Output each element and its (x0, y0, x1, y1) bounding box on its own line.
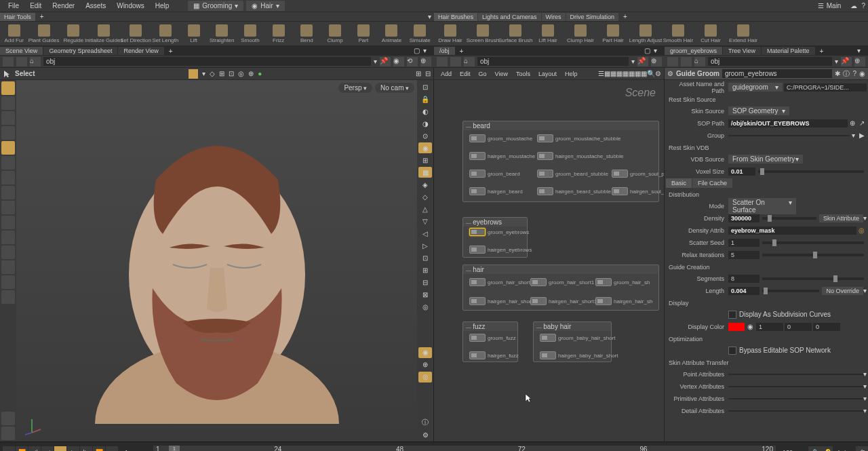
chooser-icon[interactable]: ▶ (857, 132, 867, 139)
inspect-tool-icon[interactable] (1, 412, 15, 425)
shelf-tab-drivesim[interactable]: Drive Simulation (566, 13, 619, 21)
node-hairgen-fuzz[interactable]: hairgen_fuzz (469, 351, 519, 359)
lock-icon[interactable]: 🔒 (808, 446, 821, 452)
vertex-attr-field[interactable] (728, 386, 863, 387)
shelf-tool-initialize-guides[interactable]: Initialize Guides (87, 22, 120, 45)
display-icon[interactable]: ⊟ (418, 277, 432, 288)
node-groom-fuzz[interactable]: groom_fuzz (469, 334, 516, 342)
sop-path-field[interactable]: /obj/skin/OUT_EYEBROWS (728, 119, 848, 128)
chevron-down-icon[interactable]: ▾ (835, 58, 838, 65)
point-attr-field[interactable] (728, 374, 863, 375)
menu-tools[interactable]: Tools (512, 71, 534, 77)
shelf-tab-wires[interactable]: Wires (542, 13, 566, 21)
color-picker-icon[interactable]: ◉ (745, 323, 756, 330)
chevron-down-icon[interactable]: ▾ (863, 407, 867, 414)
shelf-tool-screen-brush[interactable]: Screen Brush (467, 22, 499, 45)
density-slider[interactable] (762, 217, 816, 220)
vdb-source-dropdown[interactable]: From Skin Geometry▾ (728, 155, 803, 163)
scale-tool-icon[interactable] (1, 141, 15, 155)
node-groom-hair-short2[interactable]: groom_hair_sh (595, 278, 650, 286)
menu-help[interactable]: Help (150, 2, 175, 9)
next-key-button[interactable]: ⏩ (93, 446, 105, 452)
shelf-tool-add-fur[interactable]: Add Fur (0, 22, 28, 45)
chevron-down-icon[interactable]: ▾ (863, 287, 867, 294)
step-fwd-button[interactable]: |▶ (80, 446, 92, 452)
list-icon[interactable]: ☰ (598, 70, 604, 77)
node-hairgen-moustache-stubble[interactable]: hairgen_moustache_stubble (537, 152, 624, 160)
chevron-down-icon[interactable]: ▾ (428, 13, 431, 20)
shelf-tool-straighten[interactable]: Straighten (208, 22, 236, 45)
shelf-tool-cut-hair[interactable]: Cut Hair (694, 22, 727, 45)
shelf-tool-frizz[interactable]: Frizz (264, 22, 293, 45)
menu-add[interactable]: Add (437, 71, 456, 77)
gear-icon[interactable]: ⚙ (667, 70, 673, 77)
help-icon[interactable]: ? (852, 70, 856, 77)
left-tab-add[interactable]: + (165, 47, 177, 55)
nav-back-icon[interactable] (667, 57, 678, 66)
current-frame-field[interactable]: 1 (122, 448, 149, 452)
prev-key-button[interactable]: ⏪ (16, 446, 28, 452)
skin-source-dropdown[interactable]: SOP Geometry▾ (728, 106, 789, 115)
shelf-tool-bend[interactable]: Bend (293, 22, 321, 45)
chevron-down-icon[interactable]: ▾ (423, 47, 431, 55)
tab-obj[interactable]: /obj (434, 47, 455, 55)
node-hairgen-soul-patch[interactable]: hairgen_soul_pat (612, 187, 664, 195)
shelf-tab-hairtools[interactable]: Hair Tools (0, 13, 35, 21)
tab-groom-eyebrows[interactable]: groom_eyebrows (665, 47, 722, 55)
node-groom-baby-hair[interactable]: groom_baby_hair_short (540, 334, 616, 342)
grid-icon[interactable]: ▦ (616, 70, 623, 77)
jump-icon[interactable]: ↗ (857, 119, 867, 127)
pane-expand-icon[interactable]: ▢ (414, 47, 422, 55)
render-tool-icon[interactable] (1, 290, 15, 304)
node-groom-eyebrows[interactable]: groom_eyebrows (469, 228, 529, 236)
node-hairgen-hair-short1[interactable]: hairgen_hair_short1 (530, 297, 597, 305)
display-icon[interactable]: ◎ (418, 372, 432, 383)
display-icon[interactable]: ▽ (418, 216, 432, 227)
tab-matpalette[interactable]: Material Palette (762, 47, 815, 55)
density-attrib-field[interactable]: eyebrow_mask (728, 227, 856, 235)
info-icon[interactable]: ⓘ (418, 417, 432, 428)
menu-go[interactable]: Go (475, 71, 491, 77)
end-frame-field[interactable]: 120 (780, 448, 807, 452)
shelf-tool-simulate[interactable]: Simulate (406, 22, 434, 45)
voxel-size-field[interactable]: 0.01 (728, 168, 755, 176)
link-icon[interactable]: ◎ (856, 227, 867, 234)
play-fwd-button[interactable]: ▶ (67, 446, 79, 452)
gear-icon[interactable]: ⚙ (655, 70, 661, 77)
handle-tool-icon[interactable] (1, 96, 15, 110)
tab-geospreadsheet[interactable]: Geometry Spreadsheet (43, 47, 117, 55)
grid-icon[interactable]: ▦ (629, 70, 635, 77)
menu-help[interactable]: Help (561, 71, 582, 77)
chevron-down-icon[interactable]: ▾ (654, 47, 662, 55)
snap-icon[interactable]: ⊡ (229, 70, 234, 77)
paint-tool-icon[interactable] (1, 186, 15, 199)
display-icon[interactable]: ⊞ (418, 264, 432, 275)
pin-icon[interactable]: 📌 (841, 57, 852, 66)
node-hairgen-beard[interactable]: hairgen_beard (469, 187, 523, 195)
take-selector[interactable]: ☰ Main (812, 2, 847, 9)
shelf-tool-extend-hair[interactable]: Extend Hair (727, 22, 760, 45)
grid-icon[interactable]: ▦ (641, 70, 647, 77)
node-hairgen-hair-short[interactable]: hairgen_hair_short (469, 297, 533, 305)
persp-selector[interactable]: Persp ▾ (338, 83, 372, 93)
node-groom-beard-stubble[interactable]: groom_beard_stubble (537, 170, 608, 178)
play-back-button[interactable]: ◀ (41, 446, 54, 452)
tab-treeview[interactable]: Tree View (723, 47, 761, 55)
shelf-tool-clump-hair[interactable]: Clump Hair (564, 22, 597, 45)
shelf-tab-lights[interactable]: Lights and Cameras (478, 13, 541, 21)
shelf-tool-draw-hair[interactable]: Draw Hair (434, 22, 467, 45)
node-groom-beard[interactable]: groom_beard (469, 170, 520, 178)
shelf-tool-reguide[interactable]: Reguide (60, 22, 88, 45)
gear-icon[interactable]: ⚙ (418, 429, 432, 440)
color-g-field[interactable]: 0 (785, 323, 812, 331)
display-options-icon[interactable]: ⊡ (418, 81, 432, 92)
node-hairgen-moustache[interactable]: hairgen_moustache (469, 152, 535, 160)
path-field[interactable]: obj (708, 57, 832, 66)
path-field[interactable]: obj (43, 57, 371, 66)
relax-iter-field[interactable]: 5 (728, 251, 760, 259)
display-toggle-icon[interactable] (189, 69, 198, 79)
display-icon[interactable]: ⊡ (418, 252, 432, 263)
snap-icon[interactable]: ⊞ (219, 70, 224, 77)
maximize-icon[interactable]: ⊞ (416, 70, 421, 77)
pose-tool-icon[interactable] (1, 156, 15, 170)
